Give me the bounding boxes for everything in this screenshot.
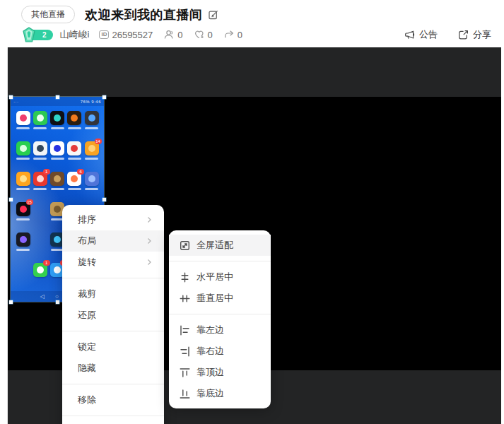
menu-item-label: 裁剪 (78, 288, 153, 300)
menu-item-center-horizontal[interactable]: 水平居中 (169, 266, 271, 288)
menu-item-align-left[interactable]: 靠左边 (169, 319, 271, 341)
selection-handle[interactable] (9, 198, 13, 201)
menu-item-properties[interactable]: 属性 (62, 421, 164, 424)
menu-item-label: 靠顶边 (197, 366, 261, 379)
menu-item-align-top[interactable]: 靠顶边 (169, 362, 271, 383)
menu-divider (62, 331, 164, 331)
menu-item-label: 排序 (78, 213, 145, 226)
align-right-icon (180, 346, 190, 357)
menu-item-label: 全屏适配 (197, 239, 261, 252)
selection-handle[interactable] (56, 95, 59, 99)
source-context-menu: 排序布局旋转裁剪还原锁定隐藏移除属性 (62, 205, 164, 424)
app-row (11, 111, 104, 141)
menu-item-hide[interactable]: 隐藏 (62, 358, 164, 379)
menu-item-label: 移除 (78, 394, 153, 406)
align-left-icon (180, 325, 190, 336)
share-icon (457, 29, 469, 41)
menu-item-lock[interactable]: 锁定 (62, 336, 164, 358)
menu-item-label: 靠右边 (197, 345, 261, 358)
menu-item-label: 旋转 (78, 256, 145, 269)
app-icon (84, 111, 99, 141)
selection-handle[interactable] (56, 300, 59, 304)
chevron-right-icon (145, 216, 153, 224)
menu-item-layout[interactable]: 布局 (62, 230, 164, 252)
menu-divider (62, 416, 164, 416)
app-icon: 1 (33, 263, 47, 293)
menu-item-label: 布局 (78, 235, 145, 247)
app-icon (16, 263, 30, 293)
room-id-group: ID 26595527 (99, 30, 153, 40)
announcement-button[interactable]: 公告 (404, 28, 438, 41)
app-icon (50, 111, 65, 141)
room-title: 欢迎来到我的直播间 (85, 6, 203, 23)
menu-item-align-right[interactable]: 靠右边 (169, 341, 271, 362)
notification-badge: 1 (43, 260, 50, 266)
center-h-icon (180, 272, 190, 283)
app-icon (16, 111, 30, 141)
notification-badge: 15 (26, 199, 33, 205)
menu-item-fit-fullscreen[interactable]: 全屏适配 (169, 235, 271, 256)
menu-item-restore[interactable]: 还原 (62, 305, 164, 326)
menu-item-label: 靠左边 (197, 324, 261, 336)
center-v-icon (180, 293, 190, 304)
chevron-right-icon (145, 237, 153, 245)
menu-divider (169, 314, 271, 314)
megaphone-icon (404, 29, 416, 41)
id-icon: ID (99, 30, 109, 39)
streamer-stats-row: 2 山崎峻i ID 26595527 0 0 (0, 23, 504, 41)
forward-arrow-icon (223, 29, 235, 40)
other-live-button[interactable]: 其他直播 (21, 6, 75, 23)
share-button[interactable]: 分享 (457, 28, 491, 41)
app-icon: 1 (33, 172, 47, 202)
menu-item-center-vertical[interactable]: 垂直居中 (169, 288, 271, 309)
layout-submenu: 全屏适配水平居中垂直居中靠左边靠右边靠顶边靠底边 (169, 230, 271, 408)
share-count: 0 (223, 29, 242, 40)
viewer-count: 0 (163, 29, 182, 40)
app-icon (67, 111, 82, 141)
notification-badge: 1 (43, 169, 50, 175)
menu-divider (62, 278, 164, 278)
app-row: 16 (11, 172, 104, 202)
header-top-row: 其他直播 欢迎来到我的直播间 (0, 0, 504, 23)
selection-handle[interactable] (102, 95, 106, 99)
menu-item-rotate[interactable]: 旋转 (62, 252, 164, 273)
app-icon (33, 111, 47, 141)
menu-item-label: 锁定 (78, 341, 153, 353)
selection-handle[interactable] (102, 198, 106, 201)
menu-divider (169, 261, 271, 261)
header: 其他直播 欢迎来到我的直播间 2 山崎峻i ID 26595527 (0, 0, 504, 47)
notification-badge: 14 (95, 139, 102, 144)
room-id: 26595527 (112, 30, 153, 40)
app-icon (33, 141, 47, 172)
app-icon (16, 141, 30, 172)
chevron-right-icon (145, 258, 153, 266)
menu-item-remove[interactable]: 移除 (62, 389, 164, 411)
menu-item-label: 垂直居中 (197, 292, 261, 305)
app-icon: 6 (67, 172, 82, 202)
menu-item-align-bottom[interactable]: 靠底边 (169, 383, 271, 404)
notification-badge: 6 (77, 169, 84, 175)
app-icon (33, 202, 47, 232)
app-icon (16, 172, 30, 202)
heart-plus-icon (194, 29, 205, 40)
app-icon (50, 141, 65, 172)
app-row: 14 (11, 141, 104, 172)
menu-item-label: 隐藏 (78, 362, 153, 375)
selection-handle[interactable] (9, 300, 13, 304)
app-icon (84, 172, 99, 202)
align-bottom-icon (180, 389, 190, 399)
menu-divider (62, 384, 164, 384)
menu-item-label: 靠底边 (197, 387, 261, 400)
edit-title-icon[interactable] (208, 9, 219, 20)
username: 山崎峻i (60, 28, 90, 41)
level-badge: 2 (21, 29, 53, 41)
like-count: 0 (194, 29, 213, 40)
app-icon (50, 172, 65, 202)
app-icon (33, 232, 47, 263)
menu-item-label: 还原 (78, 309, 153, 322)
app-icon: 15 (16, 202, 30, 232)
menu-item-crop[interactable]: 裁剪 (62, 283, 164, 305)
app-icon: 14 (84, 141, 99, 172)
selection-handle[interactable] (9, 95, 13, 99)
menu-item-sort[interactable]: 排序 (62, 209, 164, 230)
